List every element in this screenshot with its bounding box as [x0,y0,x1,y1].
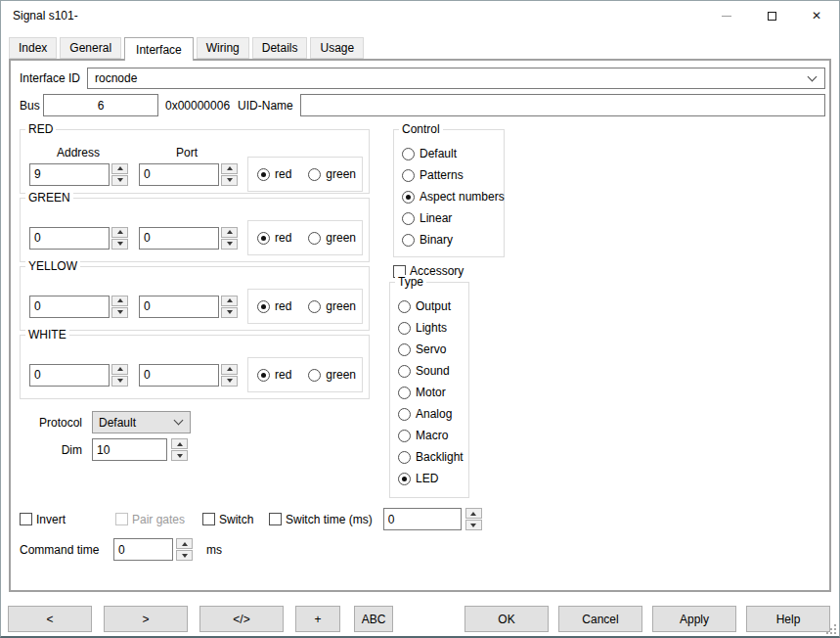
radio-sound[interactable] [398,365,411,378]
spin-down-button[interactable] [176,550,193,561]
spin-up-button[interactable] [111,163,128,174]
control-option-linear[interactable]: Linear [402,211,498,225]
type-option-led[interactable]: LED [398,472,464,485]
spin-down-button[interactable] [111,239,128,250]
green-address-input[interactable] [29,227,110,250]
type-option-sound[interactable]: Sound [398,364,464,378]
green-address-spinner[interactable] [111,227,128,250]
maximize-button[interactable] [749,1,794,30]
switch-checkbox[interactable] [202,513,215,525]
tab-interface[interactable]: Interface [124,37,194,61]
tab-index[interactable]: Index [9,37,57,59]
type-option-analog[interactable]: Analog [398,407,464,421]
cancel-button[interactable]: Cancel [558,606,642,632]
white-address-input[interactable] [29,364,110,387]
spin-up-button[interactable] [111,296,128,306]
yellow-address-input[interactable] [29,296,110,318]
radio-servo[interactable] [398,343,411,356]
bus-input[interactable] [43,94,158,116]
spin-down-button[interactable] [171,450,188,461]
ok-button[interactable]: OK [464,606,549,632]
radio-macro[interactable] [398,430,411,442]
tab-wiring[interactable]: Wiring [197,37,249,59]
protocol-dropdown[interactable]: Default [92,411,191,433]
uid-name-input[interactable] [300,94,825,116]
white-red-radio[interactable] [257,369,270,382]
xml-button[interactable]: </> [199,606,284,632]
add-button[interactable]: + [295,606,340,632]
white-address-spinner[interactable] [111,364,128,387]
green-green-radio[interactable] [308,232,321,245]
yellow-port-input[interactable] [139,296,219,318]
spin-up-button[interactable] [221,364,238,375]
tab-usage[interactable]: Usage [310,37,364,59]
invert-checkbox-row[interactable]: Invert [20,513,115,526]
type-option-servo[interactable]: Servo [398,342,464,356]
spin-down-button[interactable] [465,520,482,530]
switch-checkbox-row[interactable]: Switch [202,513,269,526]
resize-grip[interactable] [826,624,836,634]
radio-output[interactable] [398,300,411,313]
prev-button[interactable]: < [8,606,92,632]
spin-up-button[interactable] [221,296,238,306]
control-option-patterns[interactable]: Patterns [402,168,498,182]
help-button[interactable]: Help [746,606,830,632]
spin-down-button[interactable] [221,239,238,250]
spin-up-button[interactable] [221,163,238,174]
yellow-address-spinner[interactable] [111,296,128,318]
yellow-green-radio[interactable] [308,300,321,313]
radio-motor[interactable] [398,387,411,399]
radio-patterns[interactable] [402,169,415,182]
type-option-lights[interactable]: Lights [398,321,464,335]
type-option-backlight[interactable]: Backlight [398,450,464,464]
tab-general[interactable]: General [60,37,121,59]
interface-id-combobox[interactable]: rocnode [87,68,825,89]
minimize-button[interactable] [704,1,749,30]
dim-input[interactable] [92,438,167,461]
yellow-red-radio[interactable] [257,300,270,313]
control-option-aspect-numbers[interactable]: Aspect numbers [402,190,498,204]
close-button[interactable]: ✕ [794,1,839,30]
type-option-motor[interactable]: Motor [398,386,464,399]
command-time-spinner[interactable] [176,538,193,561]
switch-time-checkbox-row[interactable]: Switch time (ms) [269,513,373,526]
red-red-radio[interactable] [257,168,270,181]
green-port-input[interactable] [139,227,219,250]
red-address-spinner[interactable] [111,163,128,186]
switch-time-spinner[interactable] [465,508,482,530]
radio-binary[interactable] [402,234,415,247]
spin-up-button[interactable] [111,364,128,375]
titlebar[interactable]: Signal s101- ✕ [1,1,839,30]
switch-time-checkbox[interactable] [269,513,282,525]
white-green-radio[interactable] [308,369,321,382]
radio-aspect-numbers[interactable] [402,191,415,204]
yellow-port-spinner[interactable] [221,296,238,318]
spin-down-button[interactable] [111,376,128,387]
red-port-spinner[interactable] [221,163,238,186]
spin-down-button[interactable] [111,307,128,318]
command-time-input[interactable] [113,538,173,561]
radio-led[interactable] [398,473,411,485]
spin-down-button[interactable] [221,307,238,318]
dim-spinner[interactable] [171,438,188,461]
green-port-spinner[interactable] [221,227,238,250]
type-option-output[interactable]: Output [398,299,464,313]
spin-down-button[interactable] [221,376,238,387]
spin-up-button[interactable] [221,227,238,238]
type-option-macro[interactable]: Macro [398,429,464,442]
radio-lights[interactable] [398,322,411,335]
control-option-binary[interactable]: Binary [402,233,498,247]
spin-up-button[interactable] [111,227,128,238]
spin-up-button[interactable] [465,508,482,519]
spin-up-button[interactable] [176,538,193,549]
tab-details[interactable]: Details [252,37,308,59]
apply-button[interactable]: Apply [652,606,736,632]
control-option-default[interactable]: Default [402,147,498,160]
red-address-input[interactable] [29,163,110,186]
abc-button[interactable]: ABC [354,606,393,632]
red-green-radio[interactable] [308,168,321,181]
radio-linear[interactable] [402,212,415,225]
green-red-radio[interactable] [257,232,270,245]
radio-backlight[interactable] [398,451,411,464]
red-port-input[interactable] [139,163,219,186]
